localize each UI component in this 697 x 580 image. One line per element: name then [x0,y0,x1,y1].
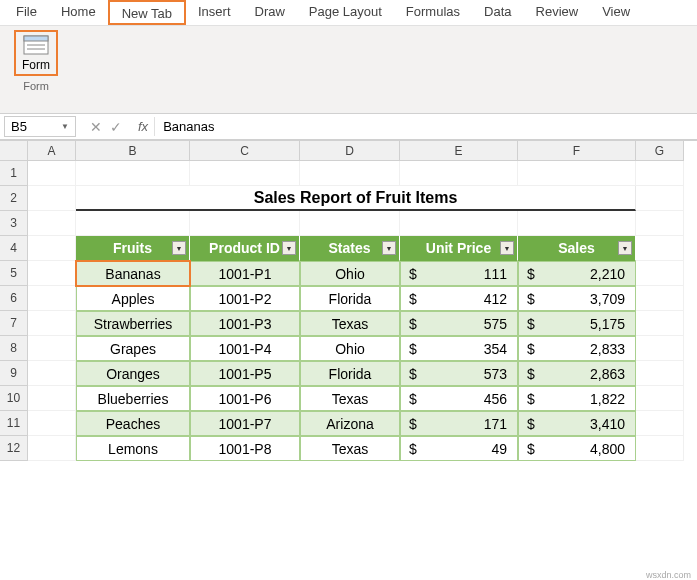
cell-e9[interactable]: $573 [400,361,518,386]
report-title[interactable]: Sales Report of Fruit Items [76,186,636,211]
cell[interactable] [636,211,684,236]
cell-c5[interactable]: 1001-P1 [190,261,300,286]
cell-e7[interactable]: $575 [400,311,518,336]
cell[interactable] [190,161,300,186]
fx-icon[interactable]: fx [132,119,154,134]
col-head-b[interactable]: B [76,141,190,161]
cell[interactable] [28,311,76,336]
cell[interactable] [76,211,190,236]
tab-data[interactable]: Data [472,0,523,25]
table-header-unitprice[interactable]: Unit Price▼ [400,236,518,261]
cell-e10[interactable]: $456 [400,386,518,411]
select-all-corner[interactable] [0,141,28,161]
cell[interactable] [636,186,684,211]
cell-e12[interactable]: $49 [400,436,518,461]
cell-e6[interactable]: $412 [400,286,518,311]
cell[interactable] [28,261,76,286]
col-head-d[interactable]: D [300,141,400,161]
row-head-1[interactable]: 1 [0,161,28,186]
cell-e5[interactable]: $111 [400,261,518,286]
cell[interactable] [518,161,636,186]
cell[interactable] [636,161,684,186]
row-head-10[interactable]: 10 [0,386,28,411]
cell-d10[interactable]: Texas [300,386,400,411]
cell[interactable] [636,286,684,311]
cell-d9[interactable]: Florida [300,361,400,386]
cell[interactable] [636,261,684,286]
cell[interactable] [518,211,636,236]
col-head-c[interactable]: C [190,141,300,161]
cell-b5[interactable]: Bananas [76,261,190,286]
table-header-productid[interactable]: Product ID▼ [190,236,300,261]
cell-f5[interactable]: $2,210 [518,261,636,286]
cell-b9[interactable]: Oranges [76,361,190,386]
tab-view[interactable]: View [590,0,642,25]
form-button[interactable]: Form [14,30,58,76]
cell-c11[interactable]: 1001-P7 [190,411,300,436]
cell[interactable] [28,386,76,411]
cell[interactable] [76,161,190,186]
cell[interactable] [636,411,684,436]
cell[interactable] [636,361,684,386]
cell-f10[interactable]: $1,822 [518,386,636,411]
cell-e8[interactable]: $354 [400,336,518,361]
table-header-states[interactable]: States▼ [300,236,400,261]
cell[interactable] [28,286,76,311]
cell[interactable] [190,211,300,236]
row-head-12[interactable]: 12 [0,436,28,461]
cell-f11[interactable]: $3,410 [518,411,636,436]
cell[interactable] [636,236,684,261]
tab-draw[interactable]: Draw [243,0,297,25]
cell[interactable] [28,186,76,211]
table-header-sales[interactable]: Sales▼ [518,236,636,261]
tab-page-layout[interactable]: Page Layout [297,0,394,25]
col-head-a[interactable]: A [28,141,76,161]
cell[interactable] [28,236,76,261]
row-head-4[interactable]: 4 [0,236,28,261]
cell-d6[interactable]: Florida [300,286,400,311]
filter-icon[interactable]: ▼ [282,241,296,255]
cell[interactable] [400,211,518,236]
cell-b7[interactable]: Strawberries [76,311,190,336]
cell-b11[interactable]: Peaches [76,411,190,436]
cell[interactable] [636,436,684,461]
cell-f6[interactable]: $3,709 [518,286,636,311]
row-head-11[interactable]: 11 [0,411,28,436]
filter-icon[interactable]: ▼ [382,241,396,255]
row-head-6[interactable]: 6 [0,286,28,311]
cell[interactable] [28,161,76,186]
cell[interactable] [28,436,76,461]
filter-icon[interactable]: ▼ [618,241,632,255]
cell-b12[interactable]: Lemons [76,436,190,461]
cell[interactable] [28,336,76,361]
cell-d12[interactable]: Texas [300,436,400,461]
filter-icon[interactable]: ▼ [500,241,514,255]
cell-d7[interactable]: Texas [300,311,400,336]
cell[interactable] [300,211,400,236]
cell-b10[interactable]: Blueberries [76,386,190,411]
tab-review[interactable]: Review [524,0,591,25]
filter-icon[interactable]: ▼ [172,241,186,255]
row-head-8[interactable]: 8 [0,336,28,361]
cell-d5[interactable]: Ohio [300,261,400,286]
cell[interactable] [28,361,76,386]
row-head-9[interactable]: 9 [0,361,28,386]
name-box[interactable]: B5 ▼ [4,116,76,137]
cell[interactable] [636,386,684,411]
confirm-icon[interactable]: ✓ [110,119,122,135]
cell-c9[interactable]: 1001-P5 [190,361,300,386]
cell-d11[interactable]: Arizona [300,411,400,436]
cell-f7[interactable]: $5,175 [518,311,636,336]
cell-c6[interactable]: 1001-P2 [190,286,300,311]
row-head-5[interactable]: 5 [0,261,28,286]
table-header-fruits[interactable]: Fruits▼ [76,236,190,261]
cell-c8[interactable]: 1001-P4 [190,336,300,361]
cell-b6[interactable]: Apples [76,286,190,311]
cell[interactable] [400,161,518,186]
cell-d8[interactable]: Ohio [300,336,400,361]
tab-insert[interactable]: Insert [186,0,243,25]
formula-input[interactable]: Bananas [154,117,697,136]
tab-file[interactable]: File [4,0,49,25]
col-head-f[interactable]: F [518,141,636,161]
cell[interactable] [636,311,684,336]
